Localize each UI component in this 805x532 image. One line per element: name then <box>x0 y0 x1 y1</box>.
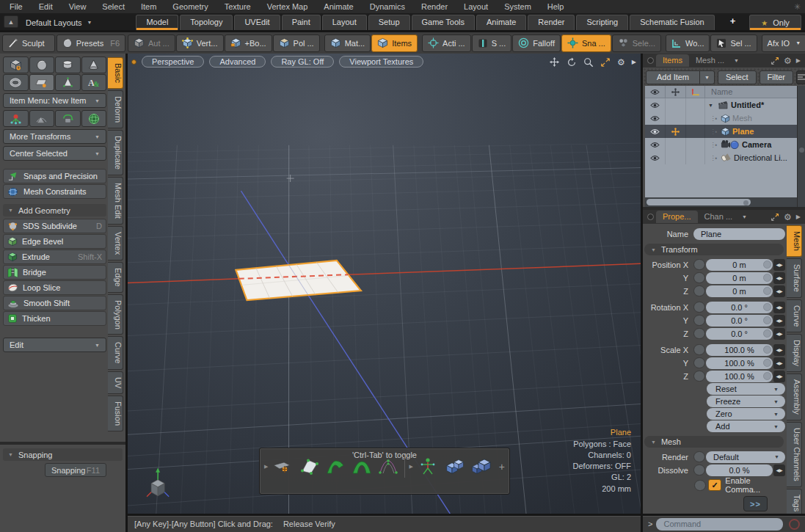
menu-item[interactable]: Item <box>133 1 164 12</box>
channel-button[interactable] <box>693 272 705 283</box>
add-item-dropdown[interactable]: ▼ <box>700 70 715 84</box>
layout-up-icon[interactable]: ▲ <box>4 15 18 28</box>
modifier-cell[interactable] <box>666 151 686 164</box>
only-toggle-button[interactable]: ★Only <box>749 15 801 30</box>
channel-button[interactable] <box>693 357 705 368</box>
center-selected-dropdown[interactable]: Center Selected▼ <box>3 146 106 161</box>
tab-basic[interactable]: Basic <box>108 57 123 89</box>
snapping-button[interactable]: SnappingF11 <box>45 463 106 477</box>
channel-button[interactable] <box>693 315 705 326</box>
gear-icon[interactable]: ⚙ <box>782 56 794 66</box>
layout-tab-model[interactable]: Model <box>136 15 178 30</box>
modifier-cell[interactable] <box>666 138 686 151</box>
properties-panel-thumb-icon[interactable] <box>647 214 654 220</box>
value-field[interactable]: 0 m <box>706 272 773 284</box>
command-record-icon[interactable] <box>789 519 800 530</box>
toolbar-sna-button[interactable]: Sna ... <box>561 34 611 52</box>
sds-subdivide-button[interactable]: SDS SubdivideD <box>3 219 106 233</box>
zero-dropdown[interactable]: Zero▼ <box>707 408 785 420</box>
toolbar-sculpt-button[interactable]: Sculpt <box>2 34 55 52</box>
value-field[interactable]: 100.0 % <box>706 344 773 356</box>
chevron-down-icon[interactable]: ▼ <box>739 214 750 219</box>
mini-dial[interactable] <box>763 287 771 295</box>
menu-select[interactable]: Select <box>94 1 133 12</box>
toolbar-presets-button[interactable]: PresetsF6 <box>57 34 125 52</box>
viewport-ray-gl-off-button[interactable]: Ray GL: Off <box>271 56 334 68</box>
popup-tool-arch2[interactable] <box>349 456 374 478</box>
extrude-button[interactable]: ExtrudeShift-X <box>3 249 106 264</box>
items-panel-tab-mesh[interactable]: Mesh ... <box>689 54 731 67</box>
toolbar-s-button[interactable]: S ... <box>472 34 512 52</box>
popup-tool-arch-wire[interactable] <box>376 456 401 478</box>
name-field[interactable]: Plane <box>693 228 785 240</box>
item-name-cell[interactable]: ⋮▪Directional Li... <box>705 151 797 164</box>
toolbar-bo-button[interactable]: +Bo... <box>225 34 272 52</box>
toolbar-wo-button[interactable]: Wo... <box>666 34 710 52</box>
thumbwheel[interactable]: ◀▶ <box>773 328 785 340</box>
item-name-cell[interactable]: ⋮▪Plane <box>705 125 797 138</box>
maximize-icon[interactable] <box>768 57 782 65</box>
channel-button[interactable] <box>693 328 705 339</box>
toolbar-afx-io-button[interactable]: Afx IO▼ <box>762 34 805 52</box>
value-field[interactable]: 0.0 ° <box>706 315 773 327</box>
item-list-vscrollbar[interactable] <box>797 86 805 207</box>
move-icon[interactable] <box>549 57 560 68</box>
items-panel-thumb-icon[interactable] <box>647 57 654 64</box>
item-row-plane[interactable]: ⋮▪Plane <box>645 125 797 138</box>
gear-icon[interactable]: ⚙ <box>782 212 794 222</box>
enable-command-checkbox[interactable]: ✓ <box>708 479 721 491</box>
menu-layout[interactable]: Layout <box>456 1 496 12</box>
tab-curve[interactable]: Curve <box>787 299 802 332</box>
menu-view[interactable]: View <box>61 1 95 12</box>
visibility-cell[interactable] <box>645 138 666 151</box>
render-cell[interactable] <box>686 112 705 125</box>
snaps-and-precision-button[interactable]: Snaps and Precision <box>3 169 106 183</box>
transform-section-header[interactable]: ▼Transform <box>644 244 784 255</box>
panel-expand-icon[interactable]: ▶ <box>794 214 803 220</box>
modifier-cell[interactable] <box>666 98 686 112</box>
render-dropdown[interactable]: Default▼ <box>706 451 785 463</box>
viewport-advanced-button[interactable]: Advanced <box>209 56 266 68</box>
tab-user-channels[interactable]: User Channels <box>787 422 802 487</box>
add-layout-tab-button[interactable]: + <box>716 15 750 30</box>
panel-expand-icon[interactable]: ▶ <box>794 57 803 64</box>
layout-switcher[interactable]: Default Layouts▼ <box>20 15 98 30</box>
layout-tab-scripting[interactable]: Scripting <box>576 15 628 30</box>
tool-wire-sphere-button[interactable] <box>81 110 107 127</box>
toolbar-vert-button[interactable]: Vert... <box>176 34 224 52</box>
toolbar-items-button[interactable]: Items <box>371 34 418 52</box>
modifier-cell[interactable] <box>666 125 686 138</box>
channel-button[interactable] <box>693 464 705 475</box>
freeze-dropdown[interactable]: Freeze▼ <box>707 396 785 407</box>
primitive-cube-button[interactable]: + <box>3 57 29 73</box>
tab-uv[interactable]: UV <box>108 371 123 394</box>
value-field[interactable]: 100.0 % <box>706 371 773 382</box>
mini-dial[interactable] <box>763 359 771 367</box>
menu-render[interactable]: Render <box>413 1 456 12</box>
tab-duplicate[interactable]: Duplicate <box>108 130 123 175</box>
primitive-cylinder-button[interactable] <box>55 57 81 73</box>
thumbwheel[interactable]: ◀▶ <box>773 315 785 327</box>
tool-axis-rotate-button[interactable] <box>55 110 81 127</box>
primitive-text-button[interactable]: A& <box>81 74 107 91</box>
tab-polygon[interactable]: Polygon <box>108 294 123 335</box>
filter-button[interactable]: Filter <box>760 70 793 84</box>
rotate-icon[interactable] <box>567 57 577 68</box>
menu-system[interactable]: System <box>496 1 539 12</box>
value-field[interactable]: 100.0 % <box>706 357 773 369</box>
channel-button[interactable] <box>693 344 705 355</box>
mesh-constraints-button[interactable]: Mesh Constraints <box>3 184 106 199</box>
toolbar-sel-button[interactable]: Sel ... <box>710 34 757 52</box>
toolbar-mat-button[interactable]: Mat... <box>324 34 371 52</box>
toolbar-aut-button[interactable]: Aut ... <box>128 34 175 52</box>
item-row-untitled[interactable]: ▼Untitled* <box>645 98 797 112</box>
thumbwheel[interactable]: ◀▶ <box>773 285 785 297</box>
properties-panel-tab-chan[interactable]: Chan ... <box>698 211 740 223</box>
toolbar-pol-button[interactable]: Pol ... <box>273 34 320 52</box>
primitive-capsule-button[interactable] <box>55 74 81 91</box>
viewport-viewport-textures-button[interactable]: Viewport Textures <box>339 56 423 68</box>
value-field[interactable]: 0 m <box>706 285 773 297</box>
menu-texture[interactable]: Texture <box>216 1 259 12</box>
tab-edge[interactable]: Edge <box>108 262 123 293</box>
value-field[interactable]: 0.0 ° <box>706 328 773 340</box>
